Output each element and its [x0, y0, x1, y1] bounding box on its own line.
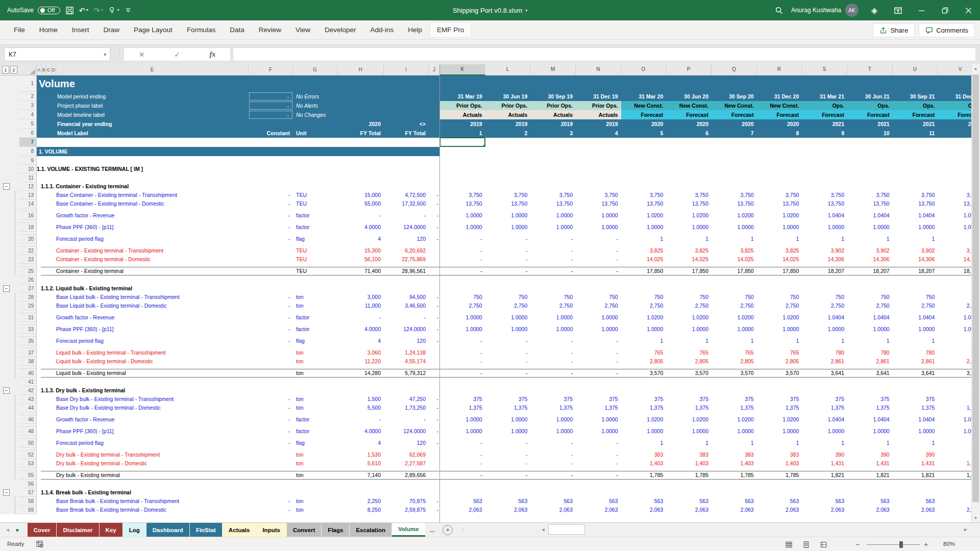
fytotal-h-cell-58[interactable]: 2,250: [337, 497, 384, 506]
period-basis-K[interactable]: Actuals: [440, 110, 485, 119]
period-fy-M[interactable]: 2019: [530, 119, 576, 129]
touch-mouse-mode-button[interactable]: ▾: [108, 6, 119, 14]
value-cell-48-Q[interactable]: 1.0000: [712, 427, 757, 436]
value-cell-48-R[interactable]: 1.0000: [757, 427, 802, 436]
zoom-level[interactable]: 80%: [943, 541, 955, 547]
value-cell-14-S[interactable]: 13,750: [802, 199, 847, 208]
column-header-S[interactable]: S: [802, 64, 847, 76]
value-cell-33-N[interactable]: 1.0000: [576, 325, 621, 334]
user-name[interactable]: Anurag Kushwaha: [791, 7, 841, 14]
row-header-14[interactable]: 14: [19, 199, 37, 208]
value-cell-50-Q[interactable]: 1: [712, 439, 757, 447]
value-cell-44-P[interactable]: 1,375: [666, 404, 712, 412]
period-model-label-Q[interactable]: 7: [712, 129, 757, 138]
sheet-tab-log[interactable]: Log: [123, 523, 146, 537]
value-cell-16-O[interactable]: 1.0200: [621, 211, 667, 220]
value-cell-20-R[interactable]: 1: [757, 235, 802, 243]
value-cell-59-Q[interactable]: 2,063: [712, 506, 757, 514]
value-cell-44-V[interactable]: 1,375: [938, 404, 971, 412]
value-cell-53-Q[interactable]: 1,403: [712, 459, 757, 468]
value-cell-59-N[interactable]: 2,063: [576, 506, 621, 514]
value-cell-44-K[interactable]: 1,375: [440, 404, 485, 412]
value-cell-38-V[interactable]: 2,861: [938, 357, 971, 366]
value-cell-16-Q[interactable]: 1.0200: [712, 211, 757, 220]
value-cell-13-M[interactable]: 3,750: [530, 191, 576, 199]
period-model-label-K[interactable]: 1: [440, 129, 485, 138]
value-cell-43-O[interactable]: 375: [621, 395, 667, 404]
constant-cell-46[interactable]: -: [249, 415, 293, 424]
value-cell-48-T[interactable]: 1.0000: [847, 427, 893, 436]
unit-cell-44[interactable]: ton: [296, 404, 340, 412]
unit-cell-37[interactable]: ton: [296, 348, 340, 357]
sheet-tab-dashboard[interactable]: Dashboard: [146, 523, 189, 537]
comments-button[interactable]: Comments: [919, 23, 975, 37]
value-cell-59-K[interactable]: 2,063: [440, 506, 485, 514]
row-header-58[interactable]: 58: [19, 497, 37, 506]
value-cell-35-O[interactable]: 1: [621, 337, 667, 345]
header-label-row4[interactable]: Model timeline label: [57, 110, 241, 119]
ribbon-tab-file[interactable]: File: [7, 22, 32, 37]
period-basis-L[interactable]: Actuals: [485, 110, 531, 119]
value-cell-53-K[interactable]: -: [440, 459, 485, 468]
fytotal-i-cell-59[interactable]: 2,59,875: [384, 506, 429, 514]
fytotal-h-cell-13[interactable]: 15,000: [337, 191, 384, 199]
value-cell-46-N[interactable]: 1.0000: [576, 415, 621, 424]
value-cell-22-Q[interactable]: 3,825: [712, 246, 757, 255]
value-cell-18-L[interactable]: 1.0000: [485, 223, 531, 232]
value-cell-59-T[interactable]: 2,063: [847, 506, 893, 514]
row-header-50[interactable]: 50: [19, 439, 37, 447]
value-cell-28-U[interactable]: 750: [893, 293, 938, 302]
value-cell-50-P[interactable]: 1: [666, 439, 712, 447]
period-phase-Q[interactable]: New Const.: [712, 101, 757, 110]
value-cell-23-U[interactable]: 14,306: [893, 255, 938, 264]
value-cell-43-N[interactable]: 375: [576, 395, 621, 404]
period-date-K[interactable]: 31 Mar 19: [440, 92, 485, 101]
value-cell-58-O[interactable]: 563: [621, 497, 667, 506]
value-cell-37-M[interactable]: -: [530, 348, 576, 357]
value-cell-33-O[interactable]: 1.0000: [621, 325, 667, 334]
row-header-28[interactable]: 28: [19, 293, 37, 302]
row-header-55[interactable]: 55: [19, 471, 37, 480]
value-cell-37-S[interactable]: 780: [802, 348, 847, 357]
period-fy-U[interactable]: 2021: [893, 119, 938, 129]
value-cell-31-U[interactable]: 1.0404: [893, 313, 938, 322]
value-cell-22-O[interactable]: 3,825: [621, 246, 667, 255]
value-cell-37-T[interactable]: 780: [847, 348, 893, 357]
value-cell-22-S[interactable]: 3,902: [802, 246, 847, 255]
period-model-label-R[interactable]: 8: [757, 129, 802, 138]
hscroll-right-icon[interactable]: ►: [962, 524, 970, 535]
value-cell-28-Q[interactable]: 750: [712, 293, 757, 302]
constant-cell-43[interactable]: -: [249, 395, 293, 404]
period-phase-U[interactable]: Ops.: [893, 101, 938, 110]
row-label-20[interactable]: Forecast period flag: [56, 235, 242, 243]
zoom-slider-track[interactable]: [867, 544, 920, 545]
value-cell-33-P[interactable]: 1.0000: [666, 325, 712, 334]
value-cell-28-M[interactable]: 750: [530, 293, 576, 302]
value-cell-18-N[interactable]: 1.0000: [576, 223, 621, 232]
value-cell-50-L[interactable]: -: [485, 439, 531, 447]
fytotal-h-cell-37[interactable]: 3,060: [337, 348, 384, 357]
value-cell-14-L[interactable]: 13,750: [485, 199, 531, 208]
period-model-label-S[interactable]: 9: [802, 129, 847, 138]
normal-view-button[interactable]: [782, 540, 795, 549]
ribbon-tab-formulas[interactable]: Formulas: [180, 22, 222, 37]
row-header-8[interactable]: 8: [19, 147, 37, 156]
document-title[interactable]: Shipping Port v0.8.xlsm: [453, 7, 523, 14]
check-cell-16[interactable]: -: [429, 211, 440, 220]
header-note-row4[interactable]: No Changes: [296, 110, 340, 119]
autosave-toggle[interactable]: AutoSave Off: [7, 7, 60, 14]
fytotal-i-cell-38[interactable]: 4,55,174: [384, 357, 429, 366]
fytotal-h-cell-35[interactable]: 4: [337, 337, 384, 345]
sheet-nav-forward-icon[interactable]: ►: [15, 527, 20, 533]
value-cell-13-L[interactable]: 3,750: [485, 191, 531, 199]
fytotal-i-cell-14[interactable]: 17,32,500: [384, 199, 429, 208]
constant-cell-16[interactable]: -: [249, 211, 293, 220]
fytotal-h-cell-20[interactable]: 4: [337, 235, 384, 243]
period-date-O[interactable]: 31 Mar 20: [621, 92, 667, 101]
value-cell-43-K[interactable]: 375: [440, 395, 485, 404]
row-label-50[interactable]: Forecast period flag: [56, 439, 242, 447]
sheet-tab-disclaimer[interactable]: Disclaimer: [57, 523, 99, 537]
period-fy-T[interactable]: 2021: [847, 119, 893, 129]
row-header-48[interactable]: 48: [19, 427, 37, 436]
value-cell-13-Q[interactable]: 3,750: [712, 191, 757, 199]
